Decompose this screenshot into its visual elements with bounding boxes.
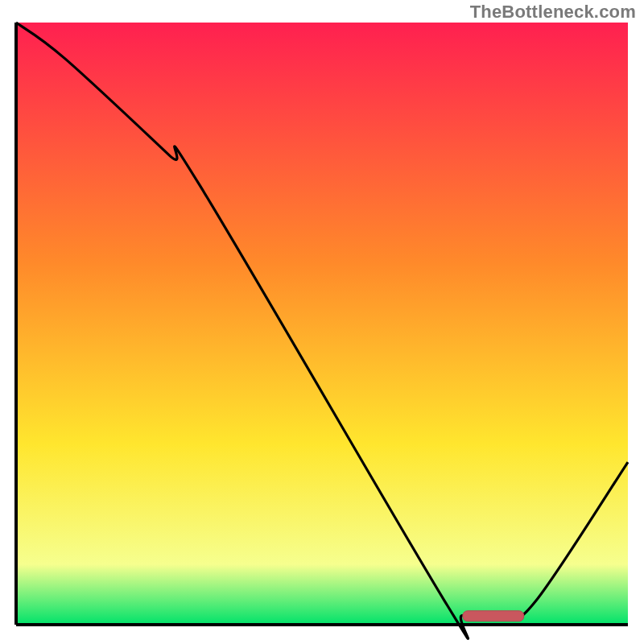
optimal-marker xyxy=(463,611,524,621)
bottleneck-chart xyxy=(0,0,644,644)
plot-gradient-bg xyxy=(16,23,628,625)
chart-container: TheBottleneck.com xyxy=(0,0,644,644)
